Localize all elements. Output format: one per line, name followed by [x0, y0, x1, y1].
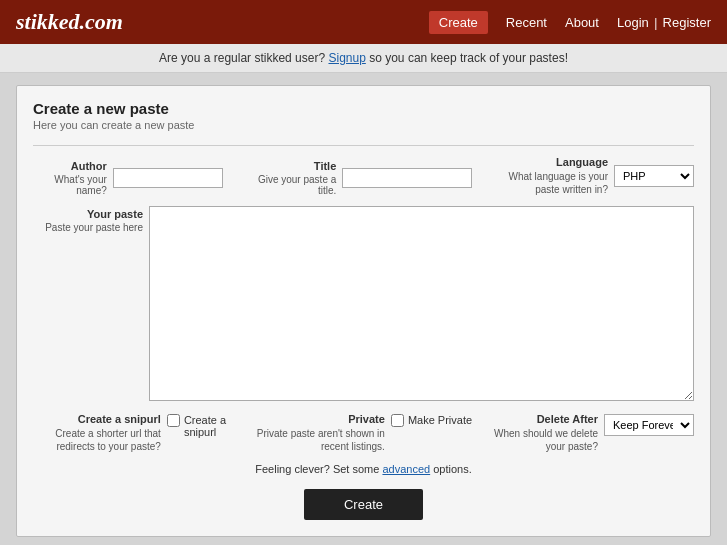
create-button-row: Create: [33, 489, 694, 520]
delete-after-select[interactable]: Keep Forever 1 Hour 1 Day 1 Week 1 Month…: [604, 414, 694, 436]
language-label: Language: [500, 156, 608, 168]
title-sublabel: Give your paste a title.: [251, 174, 336, 196]
nav-about-link[interactable]: About: [565, 15, 599, 30]
paste-label-group: Your paste Paste your paste here: [33, 206, 143, 233]
top-fields-row: Author What's your name? Title Give your…: [33, 156, 694, 196]
signup-bar: Are you a regular stikked user? Signup s…: [0, 44, 727, 73]
private-group: Private Private paste aren't shown in re…: [253, 413, 473, 453]
header: stikked.com Create Recent About Login | …: [0, 0, 727, 44]
language-sublabel: What language is your paste written in?: [500, 170, 608, 196]
signup-text-before: Are you a regular stikked user?: [159, 51, 325, 65]
delete-after-label: Delete After: [478, 413, 598, 425]
create-button[interactable]: Create: [304, 489, 423, 520]
author-label: Author: [33, 160, 107, 172]
title-input[interactable]: [342, 168, 472, 188]
snipurl-label-group: Create a snipurl Create a shorter url th…: [33, 413, 161, 453]
title-group: Title Give your paste a title.: [251, 160, 472, 196]
snipurl-label: Create a snipurl: [33, 413, 161, 425]
paste-row: Your paste Paste your paste here: [33, 206, 694, 401]
nav-register-link[interactable]: Register: [663, 15, 711, 30]
logo[interactable]: stikked.com: [16, 9, 123, 35]
form-card: Create a new paste Here you can create a…: [16, 85, 711, 537]
snipurl-control: Create a snipurl: [167, 413, 253, 438]
private-checkbox[interactable]: [391, 414, 404, 427]
delete-after-label-group: Delete After When should we delete your …: [478, 413, 598, 453]
main-content: Feedback Create a new paste Here you can…: [0, 73, 727, 545]
title-label-group: Title Give your paste a title.: [251, 160, 336, 196]
advanced-text-after: options.: [433, 463, 472, 475]
private-checkbox-label: Make Private: [408, 414, 472, 426]
language-label-group: Language What language is your paste wri…: [500, 156, 608, 196]
signup-link[interactable]: Signup: [328, 51, 365, 65]
author-label-group: Author What's your name?: [33, 160, 107, 196]
author-sublabel: What's your name?: [33, 174, 107, 196]
signup-text-after: so you can keep track of your pastes!: [369, 51, 568, 65]
paste-sublabel: Paste your paste here: [33, 222, 143, 233]
delete-after-sublabel: When should we delete your paste?: [478, 427, 598, 453]
snipurl-sublabel: Create a shorter url that redirects to y…: [33, 427, 161, 453]
private-label-group: Private Private paste aren't shown in re…: [255, 413, 385, 453]
advanced-text-before: Feeling clever? Set some: [255, 463, 379, 475]
navigation: Create Recent About Login | Register: [429, 11, 711, 34]
snipurl-checkbox[interactable]: [167, 414, 180, 427]
advanced-line: Feeling clever? Set some advanced option…: [33, 463, 694, 475]
private-label: Private: [255, 413, 385, 425]
private-control: Make Private: [391, 413, 472, 427]
nav-recent-link[interactable]: Recent: [506, 15, 547, 30]
advanced-link[interactable]: advanced: [382, 463, 430, 475]
form-title: Create a new paste: [33, 100, 694, 117]
paste-textarea[interactable]: [149, 206, 694, 401]
author-input[interactable]: [113, 168, 223, 188]
form-subtitle: Here you can create a new paste: [33, 119, 694, 131]
snipurl-checkbox-label: Create a snipurl: [184, 414, 253, 438]
language-select[interactable]: PHP Plain Text JavaScript Python Ruby HT…: [614, 165, 694, 187]
paste-label: Your paste: [33, 208, 143, 220]
nav-create-link[interactable]: Create: [429, 11, 488, 34]
delete-after-group: Delete After When should we delete your …: [474, 413, 694, 453]
snipurl-group: Create a snipurl Create a shorter url th…: [33, 413, 253, 453]
author-group: Author What's your name?: [33, 160, 223, 196]
form-divider: [33, 145, 694, 146]
nav-login-link[interactable]: Login: [617, 15, 649, 30]
language-group: Language What language is your paste wri…: [500, 156, 694, 196]
nav-separator: |: [654, 16, 660, 30]
private-sublabel: Private paste aren't shown in recent lis…: [255, 427, 385, 453]
nav-login-register: Login | Register: [617, 15, 711, 30]
bottom-options-row: Create a snipurl Create a shorter url th…: [33, 413, 694, 453]
title-label: Title: [251, 160, 336, 172]
